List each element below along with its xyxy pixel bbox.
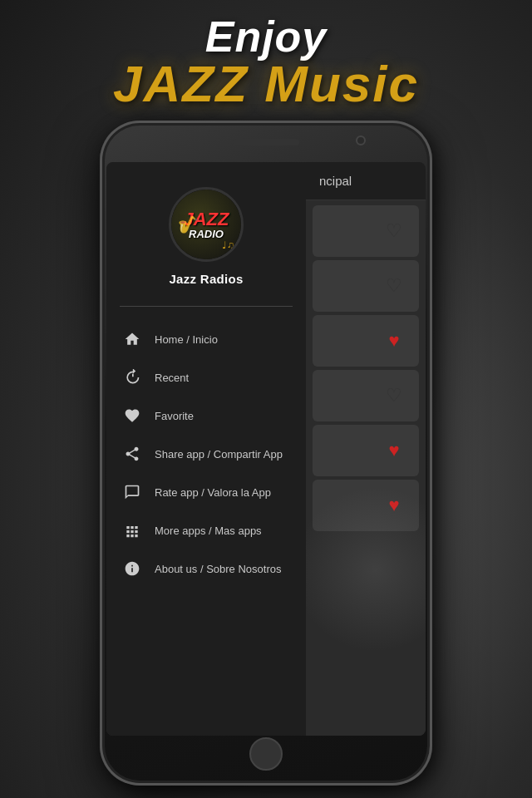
- share-icon: [123, 445, 141, 463]
- sax-icon: 🎷: [178, 214, 199, 234]
- navigation-drawer: 🎷 JAZZ RADIO ♩♫ Jazz Radios: [106, 162, 306, 736]
- sidebar-item-more-apps[interactable]: More apps / Mas apps: [106, 511, 306, 549]
- more-apps-label: More apps / Mas apps: [155, 525, 262, 537]
- radio-item-5[interactable]: ♥: [313, 425, 419, 476]
- info-icon: [123, 559, 141, 578]
- sidebar-item-favorite[interactable]: Favorite: [106, 397, 306, 435]
- heart-outline-icon-4: ♡: [386, 385, 402, 406]
- phone-camera: [356, 135, 366, 145]
- heart-button-3[interactable]: ♥: [379, 326, 409, 356]
- app-logo: 🎷 JAZZ RADIO ♩♫: [169, 187, 244, 262]
- radio-item-2[interactable]: ♡: [313, 260, 419, 312]
- sidebar-item-about[interactable]: About us / Sobre Nosotros: [106, 549, 306, 588]
- home-label: Home / Inicio: [155, 333, 218, 346]
- header-area: Enjoy JAZZ Music: [0, 15, 532, 110]
- enjoy-text: Enjoy: [0, 15, 532, 58]
- favorite-label: Favorite: [155, 410, 194, 422]
- recent-icon: [123, 368, 141, 387]
- phone-screen: 🎷 JAZZ RADIO ♩♫ Jazz Radios: [106, 162, 426, 736]
- heart-button-1[interactable]: ♡: [379, 216, 409, 246]
- heart-filled-icon-5: ♥: [388, 440, 399, 461]
- sidebar-item-share[interactable]: Share app / Compartir App: [106, 435, 306, 473]
- sidebar-item-home[interactable]: Home / Inicio: [106, 320, 306, 358]
- about-label: About us / Sobre Nosotros: [155, 563, 281, 575]
- drawer-menu: Home / Inicio Recent: [106, 313, 306, 736]
- recent-label: Recent: [155, 372, 189, 384]
- sidebar-item-recent[interactable]: Recent: [106, 358, 306, 397]
- music-notes-icon: ♩♫: [222, 239, 234, 251]
- phone-speaker: [233, 139, 299, 145]
- phone-home-button[interactable]: [249, 737, 283, 771]
- heart-filled-icon-3: ♥: [388, 330, 399, 352]
- radio-item-6[interactable]: ♥: [313, 480, 419, 531]
- phone-shell: 🎷 JAZZ RADIO ♩♫ Jazz Radios: [100, 121, 432, 786]
- radio-list: ♡ ♡ ♥ ♡: [306, 200, 426, 536]
- app-name: Jazz Radios: [169, 272, 243, 286]
- sidebar-item-rate[interactable]: Rate app / Valora la App: [106, 473, 306, 511]
- heart-button-5[interactable]: ♥: [379, 436, 409, 466]
- home-icon: [123, 330, 141, 348]
- heart-button-2[interactable]: ♡: [379, 271, 409, 301]
- heart-outline-icon-2: ♡: [386, 275, 402, 297]
- heart-button-4[interactable]: ♡: [379, 381, 409, 411]
- rate-label: Rate app / Valora la App: [155, 486, 271, 499]
- drawer-divider: [120, 306, 293, 307]
- heart-filled-icon-6: ♥: [388, 495, 399, 516]
- jazz-music-text: JAZZ Music: [0, 58, 532, 110]
- radio-item-1[interactable]: ♡: [313, 205, 419, 257]
- main-header: ncipal: [306, 162, 426, 200]
- grid-icon: [123, 521, 141, 539]
- radio-item-4[interactable]: ♡: [313, 370, 419, 421]
- favorite-icon: [123, 406, 141, 425]
- share-label: Share app / Compartir App: [155, 448, 283, 461]
- main-header-title: ncipal: [319, 174, 352, 188]
- heart-button-6[interactable]: ♥: [379, 490, 409, 520]
- main-content: ncipal ♡ ♡ ♥: [306, 162, 426, 736]
- heart-outline-icon-1: ♡: [386, 220, 402, 242]
- rate-icon: [123, 483, 141, 501]
- radio-item-3[interactable]: ♥: [313, 315, 419, 367]
- drawer-header: 🎷 JAZZ RADIO ♩♫ Jazz Radios: [106, 162, 306, 299]
